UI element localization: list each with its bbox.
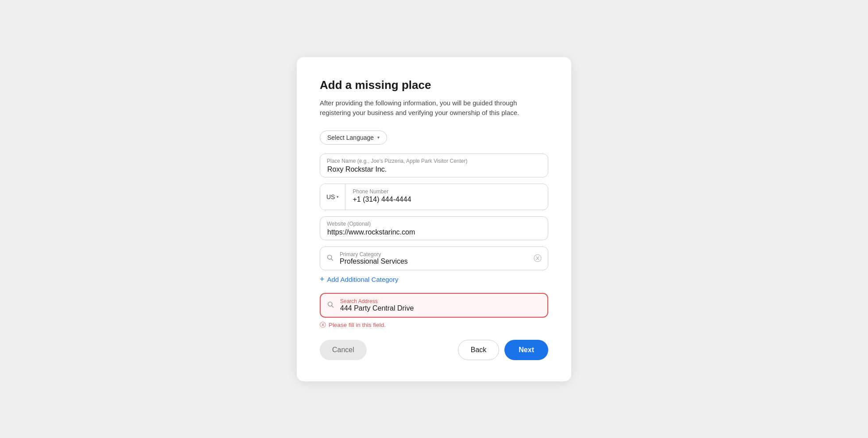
country-code-selector[interactable]: US ▾: [320, 184, 345, 210]
modal-title: Add a missing place: [320, 78, 548, 92]
cancel-button[interactable]: Cancel: [320, 340, 367, 360]
address-value: 444 Party Central Drive: [340, 298, 528, 312]
phone-row: US ▾ Phone Number: [320, 184, 548, 210]
website-field: Website (Optional): [320, 216, 548, 240]
clear-category-icon[interactable]: ⓧ: [534, 253, 542, 264]
back-button[interactable]: Back: [458, 340, 500, 360]
error-message: ⓧ Please fill in this field.: [320, 321, 548, 329]
add-missing-place-modal: Add a missing place After providing the …: [297, 57, 571, 381]
country-code-label: US: [326, 193, 335, 200]
right-buttons: Back Next: [458, 340, 548, 360]
footer-buttons: Cancel Back Next: [320, 340, 548, 360]
modal-description: After providing the following informatio…: [320, 98, 548, 118]
chevron-down-icon: ▾: [377, 135, 380, 140]
plus-icon: +: [320, 275, 325, 284]
category-value: Professional Services: [340, 251, 528, 265]
address-search-icon: [327, 301, 334, 310]
website-input[interactable]: [320, 216, 548, 240]
next-button[interactable]: Next: [504, 340, 548, 360]
language-select-button[interactable]: Select Language ▾: [320, 131, 387, 145]
phone-input[interactable]: [345, 184, 548, 207]
country-dropdown-icon: ▾: [337, 195, 339, 199]
phone-input-wrapper: Phone Number: [345, 184, 548, 210]
error-text: Please fill in this field.: [329, 322, 386, 328]
language-select-label: Select Language: [327, 134, 374, 141]
place-name-field: Place Name (e.g., Joe's Pizzeria, Apple …: [320, 154, 548, 177]
add-category-label: Add Additional Category: [327, 276, 399, 283]
search-address-field[interactable]: Search Address 444 Party Central Drive: [320, 293, 548, 318]
svg-line-3: [332, 306, 333, 307]
add-category-button[interactable]: + Add Additional Category: [320, 275, 398, 284]
search-icon: [326, 254, 333, 263]
place-name-input[interactable]: [320, 154, 548, 177]
primary-category-field[interactable]: Primary Category Professional Services ⓧ: [320, 246, 548, 270]
error-icon: ⓧ: [320, 321, 326, 329]
svg-line-1: [331, 259, 333, 261]
